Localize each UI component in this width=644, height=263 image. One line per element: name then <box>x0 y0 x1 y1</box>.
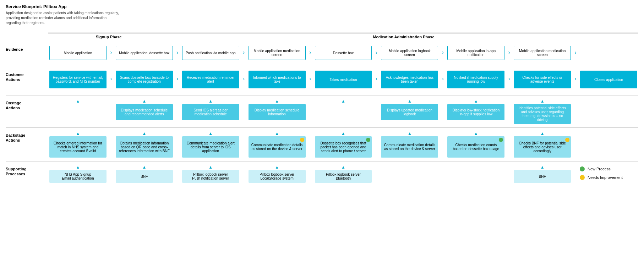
page-title: Service Blueprint: Pillbox App <box>6 4 638 9</box>
legend-needs-improvement-label: Needs Improvement <box>588 175 623 180</box>
backstage-col2: Obtains medication information based on … <box>116 136 173 158</box>
yellow-dot-col8 <box>565 138 569 142</box>
evidence-col8: Mobile application medication screen <box>514 46 571 60</box>
support-col8: BNF <box>514 170 571 183</box>
legend: New Process Needs Improvement <box>580 166 623 180</box>
customer-col6: Acknowledges medication has been taken <box>381 71 438 88</box>
onstage-col2: Displays medication schedule and recomme… <box>116 104 173 120</box>
backstage-col6: Communicate medication details as stored… <box>381 136 438 158</box>
customer-col7: Notified if medication supply running lo… <box>447 71 504 88</box>
onstage-col6: Displays updated medication logbook <box>381 104 438 120</box>
backstage-col3: Communicate medication alert details fro… <box>182 136 239 158</box>
backstage-col1: Checks entered information for match in … <box>49 136 107 158</box>
evidence-col4: Mobile application medication screen <box>249 46 306 60</box>
backstage-col4: Communicate medication details as stored… <box>249 136 306 158</box>
customer-label: CustomerActions <box>6 71 48 92</box>
evidence-col3: Push notification via mobile app <box>182 46 239 60</box>
customer-col5: Takes medication <box>315 71 372 88</box>
legend-green-dot <box>580 166 585 171</box>
onstage-col3: Send iOS alert as per medication schedul… <box>182 104 239 120</box>
green-dot-col7 <box>499 138 503 142</box>
legend-yellow-dot <box>580 175 585 180</box>
evidence-col5: Dossette box <box>315 46 372 60</box>
onstage-col7: Displays low-stock notification in-app i… <box>447 104 504 120</box>
green-dot-col5 <box>366 138 370 142</box>
onstage-label: OnstageActions <box>6 99 48 124</box>
support-col2: BNF <box>116 170 173 183</box>
onstage-col8: Identifies potential side effects and ad… <box>514 104 571 124</box>
page-subtitle: Application designed to assist patients … <box>6 11 119 26</box>
customer-col8: Checks for side effects or adverse event… <box>514 71 571 88</box>
evidence-col1: Mobile application <box>49 46 107 60</box>
legend-new-process: New Process <box>580 166 623 171</box>
evidence-col6: Mobile application logbook screen <box>381 46 438 60</box>
support-col3: Pillbox logbook server Push notification… <box>182 170 239 183</box>
evidence-col2: Mobile application, dossette box <box>116 46 173 60</box>
evidence-col7: Mobile application in-app notification <box>447 46 504 60</box>
backstage-label: BackstageActions <box>6 131 48 158</box>
support-col1: NHS App Signup Email authentication <box>49 170 107 183</box>
supporting-label: SupportingProcesses <box>6 165 48 183</box>
onstage-col4: Display medication schedule information <box>249 104 306 120</box>
evidence-label: Evidence <box>6 46 48 63</box>
yellow-dot-col4 <box>300 138 304 142</box>
customer-col9: Closes application <box>580 71 637 88</box>
signup-phase-header: Signup Phase <box>48 33 169 39</box>
backstage-col5: Dossette box recognises that packet has … <box>315 136 372 158</box>
legend-new-process-label: New Process <box>588 167 611 171</box>
medication-phase-header: Medication Administration Phase <box>169 33 638 39</box>
backstage-col7: Checks medication counts based on dosset… <box>447 136 504 158</box>
customer-col1: Registers for service with email, passwo… <box>49 71 107 88</box>
backstage-col8: Checks BNF for potential side effects an… <box>514 136 571 158</box>
support-col4: Pillbox logbook server LocalStorage syst… <box>249 170 306 183</box>
customer-col3: Receives medication reminder alert <box>182 71 239 88</box>
support-col5: Pillbox logbook server Bluetooth <box>315 170 372 183</box>
customer-col2: Scans dossette box barcode to complete r… <box>116 71 173 88</box>
customer-col4: Informed which medications to take <box>249 71 306 88</box>
legend-needs-improvement: Needs Improvement <box>580 175 623 180</box>
